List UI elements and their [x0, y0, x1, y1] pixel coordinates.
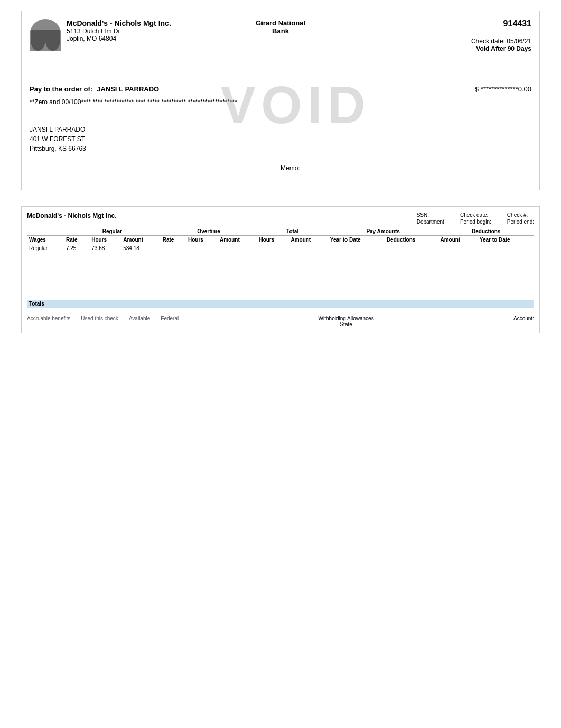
totals-ded-name	[385, 300, 438, 308]
bank-info: Girard National Bank	[256, 19, 305, 35]
pay-to-label: Pay to the order of:	[30, 85, 92, 93]
withholding-block: Withholding Allowances State	[319, 316, 374, 327]
row-ot-hours	[186, 244, 218, 253]
dollar-amount: $ **************0.00	[475, 85, 531, 93]
row-pay-ytd	[328, 244, 385, 253]
bank-line2: Bank	[256, 27, 305, 35]
total-group-header: Total	[257, 227, 328, 236]
stub-table: Regular Overtime Total Pay Amounts Deduc…	[27, 227, 534, 308]
payee-addr2: 401 W FOREST ST	[30, 134, 86, 144]
totals-total-amount	[288, 300, 328, 308]
ded-amount-th: Amount	[438, 236, 477, 244]
row-total-amount	[288, 244, 328, 253]
row-ded-name	[385, 244, 438, 253]
table-row-empty	[27, 262, 534, 271]
check-date-label: Check date:	[471, 38, 505, 45]
stub-check-date-label: Check date:	[460, 212, 491, 218]
deductions-group-header: Deductions	[438, 227, 534, 236]
row-reg-rate: 7.25	[64, 244, 89, 253]
stub-check-num-label: Check #:	[507, 212, 534, 218]
stub-section: McDonald's - Nichols Mgt Inc. SSN: Depar…	[21, 206, 540, 333]
row-ot-amount	[218, 244, 257, 253]
overtime-group-header: Overtime	[161, 227, 257, 236]
check-amount: **************0.00	[481, 85, 531, 93]
regular-group-header: Regular	[64, 227, 161, 236]
totals-reg-rate	[64, 300, 89, 308]
reg-amount-th: Amount	[121, 236, 160, 244]
ded-name-th: Deductions	[385, 236, 438, 244]
stub-header-right: SSN: Department Check date: Period begin…	[417, 212, 534, 225]
ssn-block: SSN: Department	[417, 212, 444, 225]
stub-table-wrapper: Regular Overtime Total Pay Amounts Deduc…	[27, 227, 534, 308]
available-col: Available	[129, 316, 150, 327]
pay-to-line: Pay to the order of: JANSI L PARRADO	[30, 85, 531, 93]
stub-col-group-headers: Regular Overtime Total Pay Amounts Deduc…	[27, 227, 534, 236]
accrued-label: Accruable benefits	[27, 316, 70, 321]
used-check-label: Used this check	[81, 316, 118, 321]
check-date-block: Check date: 05/06/21 Void After 90 Days	[471, 38, 531, 52]
check-date-value: 05/06/21	[507, 38, 531, 45]
row-reg-hours: 73.68	[89, 244, 121, 253]
memo-line: Memo:	[280, 164, 300, 172]
check-date-col: Check date: Period begin:	[460, 212, 491, 225]
table-row-empty	[27, 252, 534, 262]
totals-reg-amount	[121, 300, 160, 308]
table-row-empty	[27, 281, 534, 290]
totals-ded-amount	[438, 300, 477, 308]
memo-label: Memo:	[280, 164, 300, 172]
pay-amounts-group-header: Pay Amounts	[328, 227, 438, 236]
ot-hours-th: Hours	[186, 236, 218, 244]
table-row: Regular 7.25 73.68 534.18	[27, 244, 534, 253]
stub-period-begin-label: Period begin:	[460, 219, 491, 225]
ot-amount-th: Amount	[218, 236, 257, 244]
account-block: Account:	[513, 316, 534, 327]
total-hours-th: Hours	[257, 236, 288, 244]
totals-ot-amount	[218, 300, 257, 308]
reg-rate-th: Rate	[64, 236, 89, 244]
stub-period-end-label: Period end:	[507, 219, 534, 225]
totals-pay-ytd	[328, 300, 385, 308]
row-ded-ytd	[478, 244, 534, 253]
check-date-line: Check date: 05/06/21	[471, 38, 531, 45]
reg-hours-th: Hours	[89, 236, 121, 244]
bank-line1: Girard National	[256, 19, 305, 27]
table-row-empty	[27, 290, 534, 300]
ot-rate-th: Rate	[161, 236, 186, 244]
available-label: Available	[129, 316, 150, 321]
federal-col: Federal	[161, 316, 179, 327]
payee-addr3: Pittsburg, KS 66763	[30, 144, 86, 153]
check-number: 914431	[503, 19, 531, 29]
dollar-sign: $	[475, 85, 479, 93]
accrued-benefits-col: Accruable benefits	[27, 316, 70, 327]
stub-company-name: McDonald's - Nichols Mgt Inc.	[27, 212, 117, 219]
used-check-col: Used this check	[81, 316, 118, 327]
totals-ot-hours	[186, 300, 218, 308]
totals-total-hours	[257, 300, 288, 308]
account-label: Account:	[513, 316, 534, 321]
state-label: State	[319, 321, 374, 327]
stub-bottom: Accruable benefits Used this check Avail…	[27, 312, 534, 327]
withholding-label: Withholding Allowances	[319, 316, 374, 321]
totals-ot-rate	[161, 300, 186, 308]
row-reg-amount: 534.18	[121, 244, 160, 253]
total-amount-th: Amount	[288, 236, 328, 244]
row-total-hours	[257, 244, 288, 253]
company-name: McDonald's - Nichols Mgt Inc.	[67, 19, 171, 27]
stub-header: McDonald's - Nichols Mgt Inc. SSN: Depar…	[27, 212, 534, 225]
totals-reg-hours	[89, 300, 121, 308]
row-ot-rate	[161, 244, 186, 253]
row-ded-amount	[438, 244, 477, 253]
company-address1: 5113 Dutch Elm Dr	[67, 27, 171, 35]
ssn-label: SSN:	[417, 212, 444, 218]
check-num-col: Check #: Period end:	[507, 212, 534, 225]
void-notice: Void After 90 Days	[471, 45, 531, 52]
federal-label: Federal	[161, 316, 179, 321]
stub-bottom-left: Accruable benefits Used this check Avail…	[27, 316, 179, 327]
check-section: McDonald's - Nichols Mgt Inc. 5113 Dutch…	[21, 11, 540, 190]
check-page: McDonald's - Nichols Mgt Inc. 5113 Dutch…	[0, 0, 561, 344]
totals-row: Totals	[27, 300, 534, 308]
written-amount: **Zero and 00/100**** **** ************ …	[30, 98, 531, 108]
payee-address: JANSI L PARRADO 401 W FOREST ST Pittsbur…	[30, 125, 86, 153]
company-address2: Joplin, MO 64804	[67, 35, 171, 42]
payee-name: JANSI L PARRADO	[97, 85, 159, 93]
